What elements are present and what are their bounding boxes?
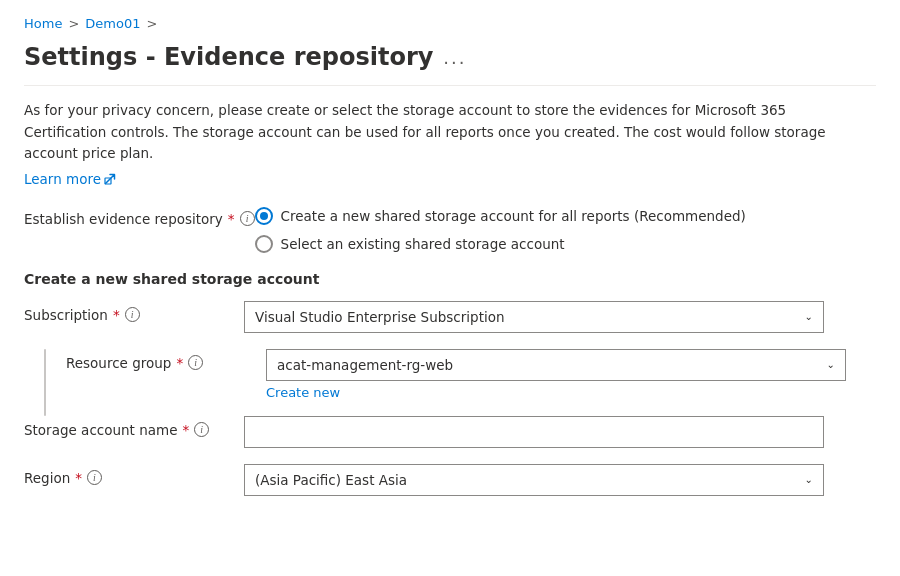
region-label-col: Region * i [24,464,244,486]
establish-repo-label: Establish evidence repository * i [24,207,255,227]
radio-label-create-new: Create a new shared storage account for … [281,208,746,224]
resource-group-chevron-icon: ⌄ [827,359,835,370]
external-link-icon [104,173,116,185]
radio-label-select-existing: Select an existing shared storage accoun… [281,236,565,252]
create-storage-subtitle: Create a new shared storage account [24,271,876,287]
subscription-label: Subscription [24,307,108,323]
establish-repo-info-icon[interactable]: i [240,211,255,226]
resource-group-row: Resource group * i acat-management-rg-we… [46,349,876,400]
breadcrumb-home[interactable]: Home [24,16,62,31]
region-info-icon[interactable]: i [87,470,102,485]
storage-account-name-row: Storage account name * i [24,416,876,448]
resource-group-required: * [176,355,183,371]
establish-repo-required: * [228,211,235,227]
storage-account-name-required: * [182,422,189,438]
region-dropdown[interactable]: (Asia Pacific) East Asia ⌄ [244,464,824,496]
learn-more-link[interactable]: Learn more [24,171,116,187]
resource-group-label-col: Resource group * i [66,349,266,371]
breadcrumb-sep1: > [68,16,79,31]
subscription-dropdown-value: Visual Studio Enterprise Subscription [255,309,505,325]
subscription-control: Visual Studio Enterprise Subscription ⌄ [244,301,824,333]
learn-more-label: Learn more [24,171,101,187]
resource-group-value: acat-management-rg-web [277,357,453,373]
page-menu-ellipsis[interactable]: ... [443,47,466,68]
radio-btn-select-existing[interactable] [255,235,273,253]
subscription-chevron-icon: ⌄ [805,311,813,322]
region-label: Region [24,470,70,486]
storage-account-name-control [244,416,824,448]
title-divider [24,85,876,86]
resource-group-info-icon[interactable]: i [188,355,203,370]
establish-repo-row: Establish evidence repository * i Create… [24,207,876,253]
form-section: Subscription * i Visual Studio Enterpris… [24,301,876,496]
subscription-label-col: Subscription * i [24,301,244,323]
subscription-required: * [113,307,120,323]
storage-account-name-label-col: Storage account name * i [24,416,244,438]
radio-btn-create-new[interactable] [255,207,273,225]
region-required: * [75,470,82,486]
breadcrumb-demo[interactable]: Demo01 [85,16,140,31]
region-value: (Asia Pacific) East Asia [255,472,407,488]
page-title-text: Settings - Evidence repository [24,43,433,71]
radio-group-repository: Create a new shared storage account for … [255,207,746,253]
subscription-info-icon[interactable]: i [125,307,140,322]
subscription-row: Subscription * i Visual Studio Enterpris… [24,301,876,333]
storage-account-name-input[interactable] [244,416,824,448]
region-control: (Asia Pacific) East Asia ⌄ [244,464,824,496]
radio-option-select-existing[interactable]: Select an existing shared storage accoun… [255,235,746,253]
resource-group-control: acat-management-rg-web ⌄ Create new [266,349,846,400]
region-row: Region * i (Asia Pacific) East Asia ⌄ [24,464,876,496]
resource-group-dropdown[interactable]: acat-management-rg-web ⌄ [266,349,846,381]
radio-option-create-new[interactable]: Create a new shared storage account for … [255,207,746,225]
breadcrumb-sep2: > [146,16,157,31]
subscription-dropdown[interactable]: Visual Studio Enterprise Subscription ⌄ [244,301,824,333]
page-title: Settings - Evidence repository ... [24,43,876,71]
resource-group-indented: Resource group * i acat-management-rg-we… [46,349,876,416]
create-new-link[interactable]: Create new [266,385,340,400]
resource-group-label: Resource group [66,355,171,371]
storage-account-name-label: Storage account name [24,422,177,438]
description-text: As for your privacy concern, please crea… [24,100,844,165]
storage-account-name-info-icon[interactable]: i [194,422,209,437]
breadcrumb: Home > Demo01 > [24,16,876,31]
resource-group-container: Resource group * i acat-management-rg-we… [24,349,876,416]
region-chevron-icon: ⌄ [805,474,813,485]
